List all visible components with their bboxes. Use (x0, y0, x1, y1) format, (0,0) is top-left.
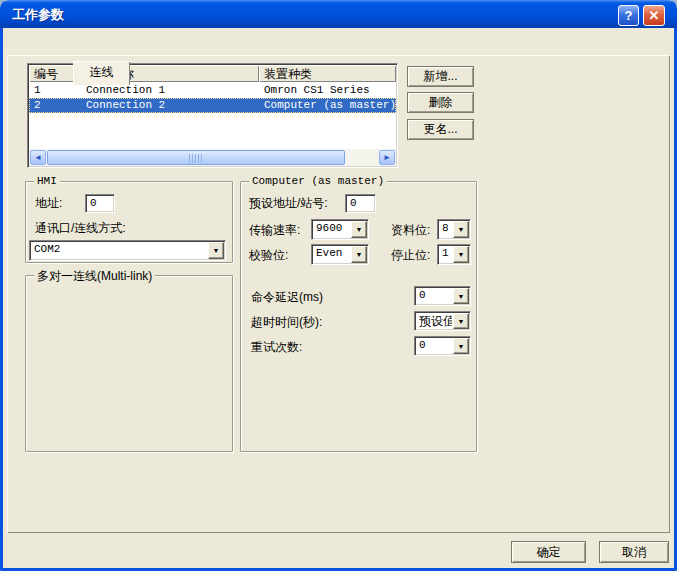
delay-combobox[interactable]: 0 ▼ (414, 286, 471, 306)
close-button[interactable]: ✕ (643, 5, 665, 26)
cancel-button[interactable]: 取消 (599, 541, 669, 563)
scroll-right-button[interactable]: ► (379, 150, 395, 165)
stopbits-value: 1 (442, 247, 452, 263)
tab-connection[interactable]: 连线 (73, 61, 130, 85)
delay-label: 命令延迟(ms) (251, 289, 323, 306)
databits-combobox[interactable]: 8 ▼ (437, 219, 471, 240)
delete-button[interactable]: 删除 (407, 92, 474, 113)
parity-combobox[interactable]: Even ▼ (311, 244, 369, 265)
add-button[interactable]: 新增... (407, 66, 474, 87)
parity-label: 校验位: (249, 247, 288, 264)
stopbits-combobox[interactable]: 1 ▼ (437, 244, 471, 265)
databits-label: 资料位: (391, 222, 430, 239)
retry-value: 0 (419, 339, 452, 354)
address-field[interactable]: 0 (85, 194, 115, 213)
parity-value: Even (316, 247, 350, 263)
baud-label: 传输速率: (249, 222, 300, 239)
port-value: COM2 (34, 243, 207, 259)
timeout-label: 超时时间(秒): (251, 314, 322, 331)
chevron-down-icon[interactable]: ▼ (351, 246, 367, 263)
help-button[interactable]: ? (618, 5, 639, 26)
multilink-group: 多对一连线(Multi-link) (25, 275, 233, 452)
row-name: Connection 1 (81, 83, 259, 98)
scroll-left-icon: ◄ (34, 153, 42, 162)
window-title: 工作参数 (12, 6, 64, 24)
row-id: 2 (29, 98, 81, 113)
timeout-value: 预设值 (419, 313, 452, 329)
timeout-combobox[interactable]: 预设值 ▼ (414, 311, 471, 331)
delay-value: 0 (419, 289, 452, 304)
chevron-down-icon[interactable]: ▼ (453, 288, 469, 304)
hmi-group: HMI 地址: 0 通讯口/连线方式: COM2 ▼ (25, 181, 233, 263)
tab-page-connection: 编号 装置名称 装置种类 1 Connection 1 Omron CS1 Se… (7, 55, 670, 533)
column-header-type[interactable]: 装置种类 (259, 65, 396, 82)
scrollbar-thumb[interactable] (47, 150, 345, 165)
title-bar[interactable]: 工作参数 ? ✕ (0, 0, 677, 28)
table-row[interactable]: 1 Connection 1 Omron CS1 Series (29, 83, 396, 98)
hmi-group-title: HMI (34, 175, 60, 187)
row-type: Computer (as master) (259, 98, 396, 113)
ok-button[interactable]: 确定 (511, 541, 586, 563)
chevron-down-icon[interactable]: ▼ (453, 313, 469, 329)
scroll-left-button[interactable]: ◄ (30, 150, 46, 165)
station-label: 预设地址/站号: (249, 195, 328, 212)
row-type: Omron CS1 Series (259, 83, 396, 98)
retry-combobox[interactable]: 0 ▼ (414, 336, 471, 356)
chevron-down-icon[interactable]: ▼ (208, 242, 224, 259)
scroll-right-icon: ► (383, 153, 391, 162)
computer-group-title: Computer (as master) (249, 175, 387, 187)
row-id: 1 (29, 83, 81, 98)
databits-value: 8 (442, 222, 452, 238)
scrollbar-grip (189, 154, 204, 163)
address-label: 地址: (35, 195, 62, 212)
close-icon: ✕ (649, 8, 660, 23)
baud-combobox[interactable]: 9600 ▼ (311, 219, 369, 240)
row-name: Connection 2 (81, 98, 259, 113)
port-label: 通讯口/连线方式: (35, 220, 126, 237)
baud-value: 9600 (316, 222, 350, 238)
computer-master-group: Computer (as master) 预设地址/站号: 0 传输速率: 96… (240, 181, 477, 452)
port-combobox[interactable]: COM2 ▼ (29, 240, 226, 261)
station-field[interactable]: 0 (345, 194, 376, 213)
chevron-down-icon[interactable]: ▼ (453, 246, 469, 263)
rename-button[interactable]: 更名... (407, 119, 474, 140)
help-icon: ? (625, 8, 633, 23)
chevron-down-icon[interactable]: ▼ (453, 338, 469, 354)
horizontal-scrollbar[interactable]: ◄ ► (29, 149, 396, 166)
dialog-window: 工作参数 ? ✕ 一般 连线 其它 记录缓冲区 密码表 密码 编号 装置名称 装… (0, 0, 677, 571)
chevron-down-icon[interactable]: ▼ (351, 221, 367, 238)
table-row-selected[interactable]: 2 Connection 2 Computer (as master) (29, 98, 396, 113)
stopbits-label: 停止位: (391, 247, 430, 264)
chevron-down-icon[interactable]: ▼ (453, 221, 469, 238)
multilink-group-title: 多对一连线(Multi-link) (34, 268, 155, 285)
retry-label: 重试次数: (251, 339, 302, 356)
dialog-client-area: 一般 连线 其它 记录缓冲区 密码表 密码 编号 装置名称 装置种类 1 Con… (3, 28, 674, 568)
